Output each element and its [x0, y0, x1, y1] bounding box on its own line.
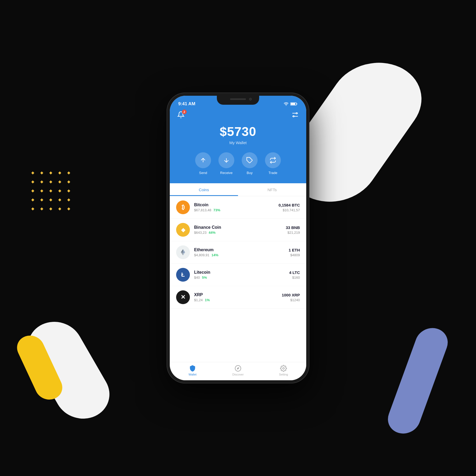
btc-balance: 0,1584 BTC $10,741,57: [278, 203, 300, 212]
eth-price: $4,809,91: [194, 253, 209, 257]
ltc-amount: 4 LTC: [289, 270, 300, 275]
wifi-icon: [283, 102, 289, 106]
receive-icon: [223, 157, 230, 164]
setting-nav-label: Setting: [279, 373, 288, 376]
discover-nav-label: Discover: [232, 373, 244, 376]
receive-icon-circle: [218, 152, 234, 168]
nav-setting[interactable]: Setting: [261, 365, 306, 376]
xrp-amount: 1000 XRP: [282, 293, 300, 297]
ltc-pct: 5%: [202, 276, 207, 280]
ltc-name: Litecoin: [194, 270, 289, 275]
svg-marker-19: [237, 367, 239, 369]
xrp-value: $1240: [282, 298, 300, 302]
bnb-info: Binance Coin $643,23 44%: [194, 225, 286, 235]
xrp-price: $1,24: [194, 298, 203, 302]
ltc-price-row: $40 5%: [194, 276, 289, 280]
xrp-price-row: $1,24 1%: [194, 298, 282, 302]
eth-pct: 14%: [212, 253, 218, 257]
eth-price-row: $4,809,91 14%: [194, 253, 289, 257]
eth-balance: 1 ETH $4809: [289, 248, 300, 257]
trade-label: Trade: [268, 171, 277, 175]
wallet-amount: $5730: [220, 124, 256, 139]
discover-nav-icon: [235, 365, 241, 372]
setting-nav-icon: [280, 365, 287, 372]
coin-item-btc[interactable]: ₿ Bitcoin $67,813,48 73% 0,1584 BTC $10,…: [170, 196, 306, 219]
coin-list: ₿ Bitcoin $67,813,48 73% 0,1584 BTC $10,…: [170, 196, 306, 362]
ltc-balance: 4 LTC $160: [289, 270, 300, 280]
buy-icon: [246, 157, 253, 164]
bnb-name: Binance Coin: [194, 225, 286, 230]
trade-button[interactable]: Trade: [265, 152, 281, 175]
bnb-price: $643,23: [194, 231, 207, 235]
btc-pct: 73%: [213, 208, 220, 212]
coin-item-bnb[interactable]: ◆ Binance Coin $643,23 44% 33 BNB $21,21…: [170, 219, 306, 241]
ribbon-blue: [383, 324, 452, 437]
tabs: Coins NFTs: [170, 183, 306, 196]
svg-point-6: [293, 116, 294, 117]
header: 2 $5730 My Wallet: [170, 109, 306, 183]
btc-icon: ₿: [176, 200, 190, 214]
trade-icon: [269, 157, 276, 164]
receive-label: Receive: [220, 171, 233, 175]
send-label: Send: [199, 171, 207, 175]
btc-amount: 0,1584 BTC: [278, 203, 300, 207]
notification-badge: 2: [182, 109, 187, 114]
battery-icon: [290, 102, 298, 106]
xrp-info: XRP $1,24 1%: [194, 292, 282, 302]
ltc-price: $40: [194, 276, 200, 280]
ltc-value: $160: [289, 276, 300, 280]
coin-item-eth[interactable]: Ethereum $4,809,91 14% 1 ETH $4809: [170, 241, 306, 264]
receive-button[interactable]: Receive: [218, 152, 234, 175]
phone-screen: 9:41 AM 2: [170, 96, 306, 380]
status-time: 9:41 AM: [178, 101, 195, 107]
bottom-nav: Wallet Discover Setting: [170, 362, 306, 380]
bnb-balance: 33 BNB $21,219: [286, 225, 300, 235]
ltc-icon: Ł: [176, 268, 190, 282]
notch: [217, 96, 259, 105]
send-icon-circle: [195, 152, 211, 168]
tab-coins[interactable]: Coins: [170, 183, 238, 196]
bnb-price-row: $643,23 44%: [194, 231, 286, 235]
notch-speaker: [230, 98, 246, 100]
xrp-pct: 1%: [205, 298, 210, 302]
eth-value: $4809: [289, 253, 300, 257]
btc-value: $10,741,57: [278, 208, 300, 212]
coin-item-xrp[interactable]: ✕ XRP $1,24 1% 1000 XRP $1240: [170, 286, 306, 309]
ltc-info: Litecoin $40 5%: [194, 270, 289, 280]
send-button[interactable]: Send: [195, 152, 211, 175]
sliders-icon: [291, 111, 299, 118]
bnb-pct: 44%: [209, 231, 216, 235]
buy-label: Buy: [247, 171, 253, 175]
status-icons: [283, 102, 298, 106]
xrp-icon: ✕: [176, 290, 190, 304]
wallet-nav-icon: [189, 365, 196, 372]
svg-point-3: [296, 113, 298, 114]
settings-button[interactable]: [291, 111, 299, 120]
svg-rect-1: [291, 103, 295, 105]
send-icon: [200, 157, 207, 164]
notification-button[interactable]: 2: [177, 111, 185, 120]
xrp-balance: 1000 XRP $1240: [282, 293, 300, 302]
tab-nfts[interactable]: NFTs: [238, 183, 306, 196]
eth-info: Ethereum $4,809,91 14%: [194, 248, 289, 257]
svg-rect-2: [296, 103, 297, 104]
wallet-label: My Wallet: [229, 140, 246, 145]
buy-icon-circle: [242, 152, 258, 168]
btc-info: Bitcoin $67,813,48 73%: [194, 203, 278, 212]
bnb-icon: ◆: [176, 223, 190, 237]
action-buttons: Send Receive Buy: [195, 152, 281, 175]
svg-point-20: [283, 368, 285, 369]
eth-amount: 1 ETH: [289, 248, 300, 252]
buy-button[interactable]: Buy: [242, 152, 258, 175]
coin-item-ltc[interactable]: Ł Litecoin $40 5% 4 LTC $160: [170, 264, 306, 286]
nav-discover[interactable]: Discover: [215, 365, 261, 376]
bnb-amount: 33 BNB: [286, 225, 300, 230]
wallet-nav-label: Wallet: [189, 373, 196, 376]
nav-wallet[interactable]: Wallet: [170, 365, 215, 376]
btc-price: $67,813,48: [194, 208, 211, 212]
bnb-value: $21,219: [286, 231, 300, 235]
phone-frame: 9:41 AM 2: [167, 93, 309, 383]
btc-price-row: $67,813,48 73%: [194, 208, 278, 212]
trade-icon-circle: [265, 152, 281, 168]
dot-grid-decoration: [32, 172, 73, 213]
